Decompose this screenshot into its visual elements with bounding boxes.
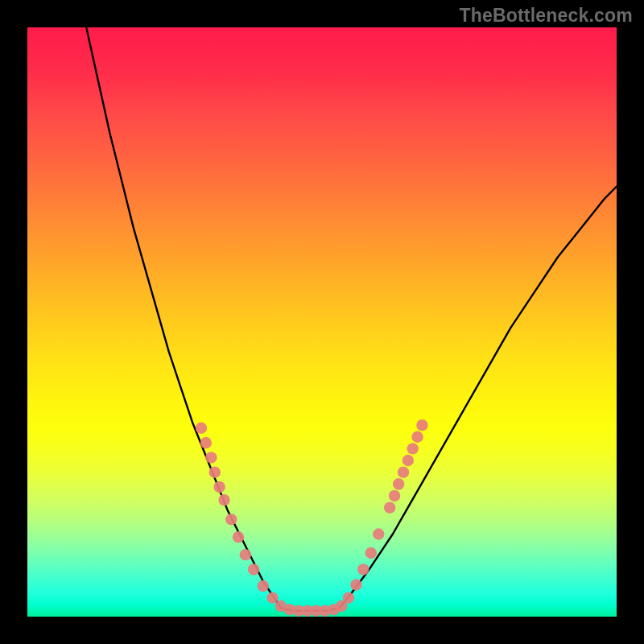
data-point	[205, 452, 217, 463]
data-point	[389, 490, 400, 502]
data-point	[373, 528, 384, 539]
data-point	[350, 579, 361, 590]
data-point	[218, 494, 229, 506]
chart-svg	[27, 27, 617, 617]
curve-layer	[86, 27, 617, 611]
data-point	[398, 466, 409, 477]
data-point	[343, 592, 354, 603]
data-point	[416, 419, 427, 431]
data-point	[393, 478, 404, 489]
data-point	[266, 592, 278, 603]
data-point	[402, 455, 414, 466]
data-point	[196, 423, 207, 434]
data-point	[240, 549, 251, 560]
data-point	[248, 564, 259, 575]
data-point	[213, 481, 225, 493]
data-point	[407, 443, 419, 454]
data-point	[225, 514, 237, 525]
data-point	[365, 547, 377, 559]
data-point	[411, 431, 423, 443]
bottleneck-curve	[86, 27, 617, 611]
dots-layer	[196, 419, 428, 617]
data-point	[357, 564, 369, 575]
watermark-text: TheBottleneck.com	[459, 5, 633, 27]
data-point	[258, 580, 269, 592]
data-point	[209, 466, 221, 477]
data-point	[384, 502, 395, 513]
plot-background	[27, 27, 617, 617]
data-point	[233, 531, 244, 543]
chart-frame: TheBottleneck.com	[0, 0, 644, 644]
data-point	[200, 437, 212, 448]
